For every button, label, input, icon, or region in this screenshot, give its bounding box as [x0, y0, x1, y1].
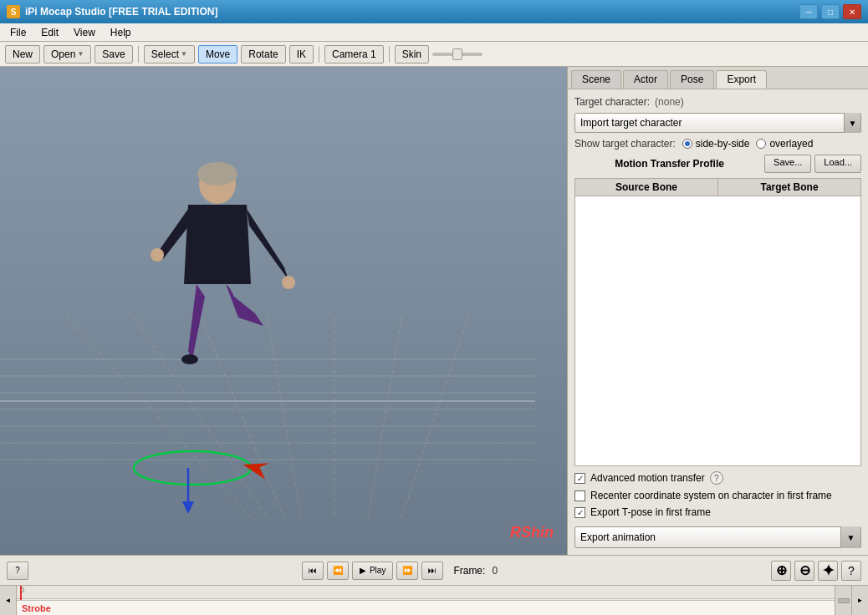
advanced-motion-transfer-row: Advanced motion transfer ? — [574, 471, 861, 485]
radio-overlayed[interactable]: overlayed — [756, 138, 813, 150]
import-dropdown-arrow: ▼ — [844, 113, 860, 133]
bottom-right-controls: ⊕ ⊖ ✦ ? — [771, 561, 861, 581]
help-button-bottom-left[interactable]: ? — [7, 562, 28, 580]
timeline-area[interactable]: 0 Strobe — [17, 586, 835, 615]
tab-actor[interactable]: Actor — [623, 70, 668, 89]
menu-file[interactable]: File — [3, 25, 33, 40]
import-button-container: Import target character ▼ — [574, 113, 861, 133]
open-button[interactable]: Open ▼ — [43, 45, 91, 64]
add-button[interactable]: ✦ — [818, 561, 838, 581]
svg-marker-18 — [182, 501, 194, 514]
tab-scene[interactable]: Scene — [571, 70, 621, 89]
export-animation-dropdown[interactable]: Export animation ▼ — [574, 526, 861, 548]
zoom-out-button[interactable]: ⊖ — [794, 561, 814, 581]
advanced-motion-checkbox[interactable] — [574, 473, 585, 484]
radio-overlayed-btn[interactable] — [756, 139, 766, 149]
select-dropdown-arrow: ▼ — [181, 50, 187, 58]
timeline-label: Strobe — [22, 603, 51, 613]
radio-side-by-side-btn[interactable] — [682, 139, 692, 149]
menu-help[interactable]: Help — [104, 25, 138, 40]
toolbar-separator-2 — [319, 46, 319, 63]
source-bone-header: Source Bone — [575, 179, 718, 196]
app-title: iPi Mocap Studio [FREE TRIAL EDITION] — [25, 6, 217, 18]
bone-table-header: Source Bone Target Bone — [575, 179, 860, 196]
recenter-coordinate-label: Recenter coordinate system on character … — [590, 490, 832, 501]
open-dropdown-arrow: ▼ — [77, 50, 84, 58]
help-button-bottom-right[interactable]: ? — [841, 561, 861, 581]
play-label: Play — [370, 566, 385, 575]
target-character-label: Target character: — [574, 96, 650, 108]
viewport[interactable]: RShin — [0, 67, 567, 555]
load-btn[interactable]: Load... — [814, 155, 861, 173]
tab-pose[interactable]: Pose — [670, 70, 714, 89]
timeline-track[interactable]: Strobe — [17, 600, 835, 615]
bottom-controls: ? ⏮ ⏪ ▶ Play ⏩ ⏭ Frame: 0 ⊕ ⊖ ✦ ? — [0, 555, 868, 585]
menu-edit[interactable]: Edit — [34, 25, 65, 40]
menu-view[interactable]: View — [67, 25, 102, 40]
radio-side-by-side-label: side-by-side — [696, 138, 750, 150]
show-target-character-row: Show target character: side-by-side over… — [574, 138, 861, 150]
show-target-label: Show target character: — [574, 138, 676, 150]
bone-table: Source Bone Target Bone — [574, 178, 861, 466]
fast-forward-button[interactable]: ⏩ — [396, 562, 418, 580]
skip-forward-button[interactable]: ⏭ — [421, 562, 443, 580]
svg-point-22 — [282, 276, 295, 289]
target-bone-header: Target Bone — [718, 179, 860, 196]
skip-back-button[interactable]: ⏮ — [302, 562, 324, 580]
play-button[interactable]: ▶ Play — [352, 562, 393, 580]
close-button[interactable]: ✕ — [843, 4, 861, 19]
save-btn[interactable]: Save... — [764, 155, 811, 173]
recenter-coordinate-checkbox[interactable] — [574, 490, 585, 501]
motion-profile-row: Motion Transfer Profile Save... Load... — [574, 155, 861, 173]
skin-button[interactable]: Skin — [395, 45, 429, 64]
title-bar: S iPi Mocap Studio [FREE TRIAL EDITION] … — [0, 0, 868, 23]
export-animation-arrow: ▼ — [840, 526, 860, 548]
minimize-button[interactable]: ─ — [799, 4, 818, 19]
move-button[interactable]: Move — [198, 45, 237, 64]
app-icon: S — [7, 5, 20, 18]
timeline-ruler: 0 — [17, 586, 835, 599]
import-target-label: Import target character — [580, 117, 682, 129]
play-icon: ▶ — [360, 566, 366, 575]
save-button[interactable]: Save — [94, 45, 132, 64]
export-animation-label: Export animation — [580, 531, 656, 543]
tab-export[interactable]: Export — [716, 70, 767, 89]
main-content: RShin Scene Actor Pose Export Target cha… — [0, 67, 868, 555]
timeline: ◄ 0 Strobe ► — [0, 585, 868, 615]
vertical-scroll-thumb[interactable] — [838, 598, 850, 603]
import-target-dropdown[interactable]: Import target character ▼ — [574, 113, 861, 133]
skin-slider-thumb[interactable] — [452, 48, 462, 60]
timeline-scroll-left[interactable]: ◄ — [0, 586, 17, 615]
toolbar-separator-1 — [138, 46, 139, 63]
svg-point-20 — [197, 162, 237, 186]
motion-profile-title: Motion Transfer Profile — [574, 155, 764, 173]
target-character-value: (none) — [655, 96, 684, 108]
advanced-motion-label: Advanced motion transfer — [590, 472, 705, 484]
bone-table-body[interactable] — [575, 196, 860, 397]
maximize-button[interactable]: □ — [821, 4, 840, 19]
window-controls: ─ □ ✕ — [799, 4, 861, 19]
camera-button[interactable]: Camera 1 — [324, 45, 384, 64]
select-button[interactable]: Select ▼ — [144, 45, 195, 64]
skin-slider — [432, 53, 483, 56]
zoom-in-button[interactable]: ⊕ — [771, 561, 791, 581]
toolbar: New Open ▼ Save Select ▼ Move Rotate IK … — [0, 42, 868, 67]
svg-point-23 — [181, 354, 198, 364]
new-button[interactable]: New — [5, 45, 40, 64]
rewind-button[interactable]: ⏪ — [327, 562, 349, 580]
frame-value: 0 — [492, 565, 498, 577]
panel-content: Target character: (none) Import target c… — [568, 89, 868, 555]
save-load-row: Save... Load... — [764, 155, 861, 173]
radio-side-by-side[interactable]: side-by-side — [682, 138, 750, 150]
right-panel: Scene Actor Pose Export Target character… — [567, 67, 868, 555]
timeline-scroll-right[interactable]: ► — [851, 586, 868, 615]
advanced-motion-help[interactable]: ? — [710, 471, 723, 485]
svg-line-13 — [401, 318, 468, 518]
viewport-canvas: RShin — [0, 67, 567, 555]
export-tpose-checkbox[interactable] — [574, 507, 585, 518]
rotate-button[interactable]: Rotate — [241, 45, 285, 64]
ik-button[interactable]: IK — [289, 45, 314, 64]
export-tpose-row: Export T-pose in first frame — [574, 506, 861, 518]
menu-bar: File Edit View Help — [0, 23, 868, 42]
export-tpose-label: Export T-pose in first frame — [590, 506, 711, 518]
